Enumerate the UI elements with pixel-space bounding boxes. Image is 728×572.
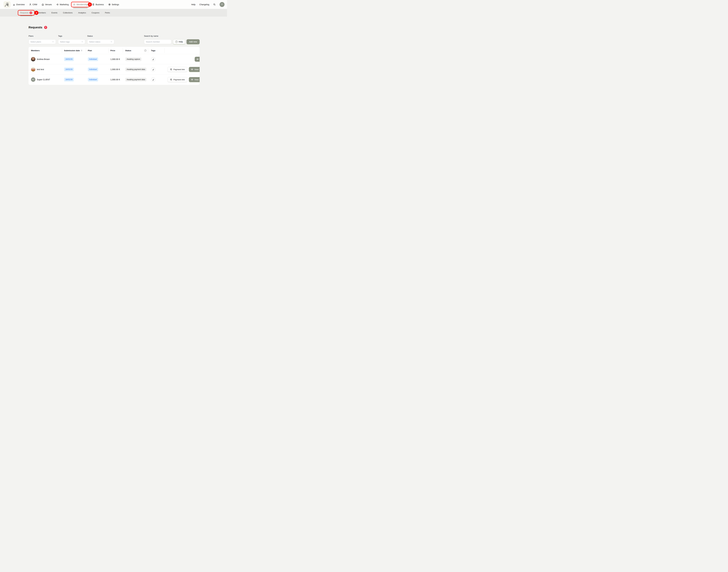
membership-sub-navigation: Requests 3 2 Members Events Collections … <box>0 9 227 17</box>
cursive-monogram-icon <box>4 2 9 7</box>
info-icon[interactable]: i <box>144 50 146 52</box>
col-members: Members <box>31 47 40 54</box>
tab-events[interactable]: Events <box>49 10 60 15</box>
nav-item-crm[interactable]: CRM <box>27 2 39 7</box>
status-badge: Awaiting payment data <box>125 68 146 71</box>
col-price: Price <box>110 47 115 54</box>
submission-date-badge[interactable]: 16/02/26 <box>64 68 74 71</box>
chevron-down-icon <box>52 41 54 43</box>
help-link[interactable]: Help <box>191 3 195 6</box>
add-new-button[interactable]: Add new <box>186 39 200 44</box>
tab-requests[interactable]: Requests 3 2 <box>18 10 35 15</box>
payment-link-button[interactable]: Payment link <box>168 67 187 72</box>
submission-date-badge[interactable]: 16/02/26 <box>64 57 74 61</box>
search-member-input[interactable] <box>146 41 170 43</box>
nav-item-overview[interactable]: Overview <box>11 2 26 7</box>
plan-badge[interactable]: Individuel <box>88 57 98 61</box>
nav-item-business[interactable]: Business <box>90 2 106 7</box>
star-icon <box>73 3 75 6</box>
eye-icon <box>196 58 199 60</box>
view-button[interactable]: View <box>189 67 200 72</box>
nav-item-settings[interactable]: Settings <box>106 2 121 7</box>
member-avatar-initials: SC <box>31 77 36 82</box>
nav-right-group: Help Changelog TT <box>191 2 225 7</box>
tags-select-placeholder: Select tags <box>60 41 70 43</box>
table-row: Andrea Brown 16/02/26 Individuel 1,000.0… <box>28 54 200 64</box>
gear-icon <box>108 3 111 6</box>
tab-coupons[interactable]: Coupons <box>89 10 102 15</box>
nav-label: Settings <box>112 3 119 6</box>
status-filter-label: Status <box>87 35 93 37</box>
app-screen: Overview CRM Venues Marketing <box>0 0 227 143</box>
column-divider <box>123 48 123 53</box>
search-icon[interactable] <box>213 3 216 6</box>
eye-icon <box>191 78 193 81</box>
bar-chart-icon <box>13 3 15 6</box>
plan-badge[interactable]: Individuel <box>88 68 98 71</box>
annotation-step-2: 2 <box>35 11 39 15</box>
status-badge: Awaiting capture <box>125 57 141 61</box>
view-button-label: View <box>194 79 199 81</box>
tab-label: Events <box>51 12 57 14</box>
col-submission-date: Submission date <box>64 47 82 54</box>
requests-table: Members Submission date Plan Price Statu… <box>28 47 200 85</box>
user-avatar[interactable]: TT <box>220 2 225 7</box>
nav-item-venues[interactable]: Venues <box>40 2 54 7</box>
page-head: Requests 3 <box>28 25 47 29</box>
column-divider <box>148 48 148 53</box>
edit-tags-button[interactable] <box>151 68 155 71</box>
sort-icon[interactable] <box>81 50 82 51</box>
tab-label: Perks <box>105 12 110 14</box>
nav-label: Membership <box>76 3 88 6</box>
status-badge: Awaiting payment data <box>125 78 146 81</box>
tab-analytics[interactable]: Analytics <box>76 10 88 15</box>
price-value: 1,000.00 € <box>110 54 120 64</box>
chevron-down-icon <box>81 41 83 43</box>
view-button[interactable]: View <box>189 77 200 82</box>
edit-tags-button[interactable] <box>151 78 155 81</box>
nav-label: CRM <box>33 3 37 6</box>
brand-logo[interactable] <box>3 1 10 8</box>
payment-link-button[interactable]: Payment link <box>168 77 187 82</box>
view-button[interactable] <box>195 57 200 62</box>
plans-select[interactable]: Select plans <box>28 40 56 44</box>
plan-badge[interactable]: Individuel <box>88 78 98 81</box>
table-header: Members Submission date Plan Price Statu… <box>28 47 200 54</box>
payment-link-label: Payment link <box>173 79 185 81</box>
payment-link-label: Payment link <box>173 68 185 71</box>
megaphone-icon <box>56 3 59 6</box>
table-row: test test 16/02/26 Individuel 1,000.00 €… <box>28 64 200 74</box>
copy-icon <box>170 79 172 81</box>
view-button-label: View <box>194 68 199 71</box>
house-icon <box>42 3 44 6</box>
status-select[interactable]: Select status <box>87 40 114 44</box>
main-nav: Overview CRM Venues Marketing <box>11 2 121 7</box>
status-select-placeholder: Select status <box>89 41 100 43</box>
tags-select[interactable]: Select tags <box>58 40 85 44</box>
nav-label: Overview <box>16 3 24 6</box>
member-avatar-photo <box>31 67 36 72</box>
nav-item-marketing[interactable]: Marketing <box>54 2 71 7</box>
annotation-step-1: 1 <box>88 2 92 7</box>
edit-tags-button[interactable] <box>151 57 155 61</box>
help-button[interactable]: ? Help <box>173 39 185 44</box>
col-plan: Plan <box>88 47 92 54</box>
col-status: Status <box>125 47 131 54</box>
member-name: test test <box>37 64 44 74</box>
page-title: Requests <box>28 25 42 29</box>
tab-label: Coupons <box>92 12 100 14</box>
chevron-down-icon <box>110 41 112 43</box>
tab-collections[interactable]: Collections <box>61 10 75 15</box>
changelog-link[interactable]: Changelog <box>199 3 209 6</box>
nav-item-membership[interactable]: Membership 1 <box>71 2 90 7</box>
person-icon <box>29 3 32 6</box>
tabs: Requests 3 2 Members Events Collections … <box>18 10 112 15</box>
table-row: SC Super CLIENT 16/02/26 Individuel 1,00… <box>28 74 200 85</box>
col-tags: Tags <box>151 47 156 54</box>
top-navigation: Overview CRM Venues Marketing <box>0 0 227 9</box>
submission-date-badge[interactable]: 16/02/26 <box>64 78 74 81</box>
question-circle-icon: ? <box>175 41 178 43</box>
nav-label: Marketing <box>60 3 69 6</box>
price-value: 1,000.00 € <box>110 74 120 85</box>
tab-perks[interactable]: Perks <box>103 10 113 15</box>
